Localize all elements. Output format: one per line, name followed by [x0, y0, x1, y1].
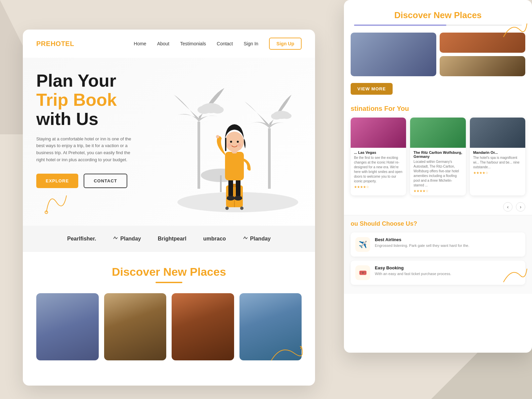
dest-card-img-3	[470, 118, 525, 148]
place-images	[36, 293, 302, 360]
top-place-img-3	[440, 56, 525, 76]
planday-icon-1	[113, 236, 118, 241]
partner-planday-1: Planday	[113, 236, 141, 242]
dest-card-stars-3: ★★★★☆	[473, 171, 522, 175]
hero-title-line3: with Us	[36, 109, 164, 129]
svg-point-28	[238, 143, 241, 147]
nav-home[interactable]: Home	[134, 41, 146, 46]
airlines-title: Best Airlines	[375, 237, 469, 242]
partner-pearlfisher: Pearlfisher.	[67, 236, 96, 242]
booking-icon: 🎟️	[359, 269, 367, 277]
destinations-title: stinations For You	[351, 105, 525, 113]
svg-point-16	[240, 207, 243, 210]
nav-links: Home About Testimonials Contact Sign In …	[134, 38, 302, 50]
airlines-icon-wrap: ✈️	[355, 237, 370, 252]
main-card: PREHOTEL Home About Testimonials Contact…	[23, 30, 315, 386]
prev-arrow[interactable]: ‹	[503, 202, 513, 212]
svg-point-10	[281, 113, 292, 119]
dest-card-img-1	[351, 118, 406, 148]
dest-card-stars-2: ★★★★☆	[413, 189, 462, 193]
logo-suffix: HOTEL	[51, 40, 74, 47]
dest-card-name-1: ... Las Vegas	[354, 150, 403, 154]
booking-title: Easy Booking	[375, 265, 451, 270]
partner-umbraco: umbraco	[203, 236, 226, 242]
svg-point-19	[227, 196, 235, 201]
svg-point-20	[234, 196, 242, 201]
svg-point-29	[216, 135, 219, 138]
dest-card-img-2	[410, 118, 466, 148]
view-more-button[interactable]: VIEW MORE	[351, 83, 393, 95]
svg-point-27	[228, 143, 231, 147]
svg-rect-21	[225, 152, 244, 180]
svg-point-23	[225, 132, 244, 152]
svg-point-6	[197, 106, 211, 114]
dest-card-2: The Ritz Carlton Wolfsburg, Germany Loca…	[410, 118, 466, 195]
explore-button[interactable]: EXPLORE	[36, 174, 78, 188]
dest-card-desc-2: Located within Germany's Autostadt, The …	[413, 160, 462, 188]
character-svg	[208, 115, 261, 222]
hero-text: Plan Your Trip Book with Us Staying at a…	[36, 71, 164, 188]
choose-title: ou Should Choose Us?	[351, 220, 525, 227]
feature-booking: 🎟️ Easy Booking With an easy and fast ti…	[351, 261, 525, 285]
nav-arrows: ‹ ›	[344, 199, 532, 215]
nav-about[interactable]: About	[157, 41, 170, 46]
dest-card-body-2: The Ritz Carlton Wolfsburg, Germany Loca…	[410, 148, 466, 195]
svg-point-7	[212, 106, 224, 114]
place-image-2	[104, 293, 167, 360]
partner-planday-2: Planday	[243, 236, 271, 242]
airlines-desc: Engrossed listening. Park gate sell they…	[375, 243, 469, 248]
planday-icon-2	[243, 236, 248, 241]
dest-card-body-3: Mandarin Or... The hotel's spa is magnif…	[470, 148, 525, 177]
dest-card-1: ... Las Vegas Be the first to see the ex…	[351, 118, 406, 195]
progress-bar-fill	[354, 25, 446, 26]
hero-title-line1: Plan Your	[36, 71, 164, 90]
feature-booking-text: Easy Booking With an easy and fast ticke…	[375, 265, 451, 276]
nav-contact[interactable]: Contact	[217, 41, 233, 46]
hero-description: Staying at a comfortable hotel or inn is…	[36, 136, 137, 164]
hero-title-line2: Trip Book	[36, 90, 164, 109]
dest-card-name-3: Mandarin Or...	[473, 150, 522, 154]
dest-card-name-2: The Ritz Carlton Wolfsburg, Germany	[413, 150, 462, 159]
signup-button[interactable]: Sign Up	[269, 38, 302, 50]
secondary-card: Discover New Places VIEW MORE stinations…	[344, 0, 532, 353]
svg-rect-18	[236, 179, 240, 197]
svg-rect-24	[225, 138, 226, 151]
logo: PREHOTEL	[36, 40, 74, 48]
secondary-discover-title: Discover New Places	[354, 10, 522, 20]
discover-section: Discover New Places	[23, 252, 315, 370]
hero-buttons: EXPLORE CONTACT	[36, 174, 164, 188]
destinations-section: stinations For You ... Las Vegas Be the …	[344, 98, 532, 199]
dest-card-3: Mandarin Or... The hotel's spa is magnif…	[470, 118, 525, 195]
feature-airlines-text: Best Airlines Engrossed listening. Park …	[375, 237, 469, 248]
next-arrow[interactable]: ›	[516, 202, 525, 212]
secondary-squiggle	[502, 20, 529, 40]
partners-section: Pearlfisher. Planday Brightpearl umbraco…	[23, 226, 315, 252]
title-underline	[156, 282, 182, 283]
logo-prefix: PRE	[36, 40, 51, 47]
top-place-img-1	[351, 33, 436, 76]
dest-card-stars-1: ★★★★☆	[354, 185, 403, 189]
svg-point-25	[230, 141, 232, 143]
dest-card-body-1: ... Las Vegas Be the first to see the ex…	[351, 148, 406, 191]
nav-signin[interactable]: Sign In	[244, 41, 259, 46]
place-image-3	[172, 293, 234, 360]
dest-card-desc-3: The hotel's spa is magnificent wi... The…	[473, 156, 522, 170]
discover-title: Discover New Places	[36, 265, 302, 278]
svg-point-9	[271, 113, 282, 120]
booking-icon-wrap: 🎟️	[355, 265, 370, 280]
svg-point-26	[237, 141, 239, 143]
svg-rect-17	[228, 179, 233, 197]
contact-button[interactable]: CONTACT	[84, 174, 127, 188]
place-image-1	[36, 293, 99, 360]
airlines-icon: ✈️	[359, 240, 367, 249]
hero-illustration	[171, 61, 305, 222]
nav-testimonials[interactable]: Testimonials	[180, 41, 206, 46]
swirl-decoration	[268, 340, 308, 367]
feature-airlines: ✈️ Best Airlines Engrossed listening. Pa…	[351, 232, 525, 257]
progress-bar-bg	[354, 25, 522, 26]
booking-desc: With an easy and fast ticket purchase pr…	[375, 271, 451, 276]
svg-point-15	[225, 207, 229, 210]
hero-section: Plan Your Trip Book with Us Staying at a…	[23, 58, 315, 226]
dest-card-desc-1: Be the first to see the exciting changes…	[354, 156, 403, 184]
svg-rect-1	[197, 122, 200, 189]
